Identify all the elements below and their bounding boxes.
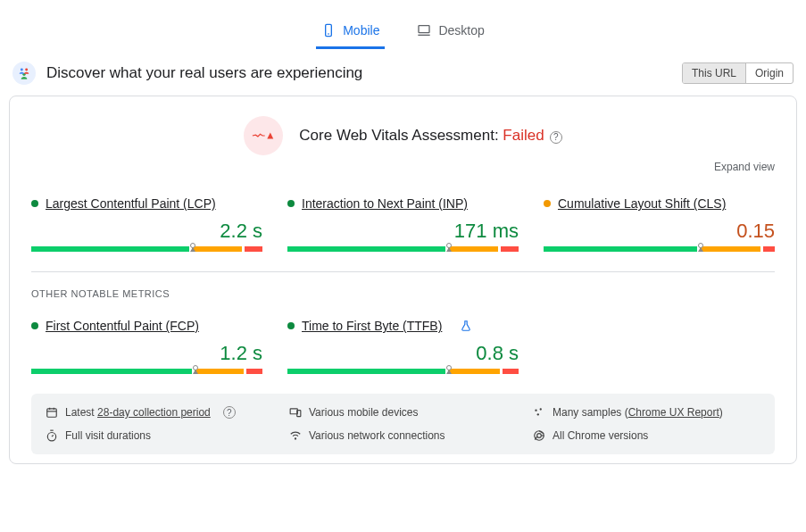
svg-point-5 [25,69,28,71]
marker-icon [191,365,200,374]
metric-value: 0.15 [544,220,775,243]
metric-label[interactable]: Largest Contentful Paint (LCP) [46,196,216,211]
scope-this-url[interactable]: This URL [683,63,745,83]
marker-icon [445,365,453,374]
metric-inp: Interaction to Next Paint (INP) 171 ms [287,196,519,252]
metric-ttfb: Time to First Byte (TTFB) 0.8 s [287,319,519,374]
info-period: Latest 28-day collection period? [46,406,273,419]
scope-origin[interactable]: Origin [745,63,793,83]
other-metrics-row: First Contentful Paint (FCP) 1.2 s Time … [31,319,775,374]
info-network: Various network connections [289,429,517,442]
timer-icon [46,429,58,442]
period-link[interactable]: 28-day collection period [97,406,211,419]
status-dot-good [287,200,295,207]
device-tabs: Mobile Desktop [9,9,797,49]
metric-value: 171 ms [287,220,519,243]
status-dot-warn [544,200,551,207]
svg-point-24 [537,413,539,415]
tab-label: Mobile [343,23,379,37]
metric-lcp: Largest Contentful Paint (LCP) 2.2 s [31,196,262,252]
metric-cls: Cumulative Layout Shift (CLS) 0.15 [544,196,775,252]
svg-rect-2 [419,26,429,33]
distribution-bar [31,246,262,252]
header: Discover what your real users are experi… [9,49,797,96]
desktop-icon [417,23,431,37]
info-samples: Many samples (Chrome UX Report) [533,406,760,419]
svg-rect-12 [47,409,57,417]
status-dot-good [31,322,38,329]
svg-point-10 [193,366,197,370]
svg-point-21 [295,438,295,439]
info-devices: Various mobile devices [289,406,517,419]
mobile-icon [321,23,336,37]
tab-label: Desktop [438,23,484,37]
svg-point-11 [447,366,452,370]
assessment: Core Web Vitals Assessment: Failed? [31,116,775,155]
distribution-bar [287,369,519,374]
calendar-icon [46,406,58,419]
wifi-icon [289,429,302,442]
assessment-text: Core Web Vitals Assessment: Failed? [299,127,561,145]
vitals-card: Core Web Vitals Assessment: Failed? Expa… [9,96,797,464]
svg-point-9 [699,244,703,248]
info-versions: All Chrome versions [533,429,760,442]
metric-label[interactable]: Time to First Byte (TTFB) [302,319,442,333]
metric-label[interactable]: Interaction to Next Paint (INP) [302,196,468,211]
users-icon [12,62,36,85]
tab-desktop[interactable]: Desktop [411,16,489,49]
metric-value: 0.8 s [287,342,519,365]
section-heading: OTHER NOTABLE METRICS [31,288,775,299]
status-dot-good [31,200,38,207]
metric-fcp: First Contentful Paint (FCP) 1.2 s [31,319,262,374]
experimental-icon [460,320,472,332]
assessment-status: Failed [503,127,544,144]
metric-label[interactable]: Cumulative Layout Shift (CLS) [558,196,726,211]
svg-point-7 [191,244,195,248]
metric-label[interactable]: First Contentful Paint (FCP) [46,319,199,333]
svg-point-8 [447,244,452,248]
svg-point-23 [540,408,542,410]
distribution-bar [287,246,519,252]
distribution-bar [31,369,262,374]
marker-icon [188,243,197,252]
svg-line-17 [52,435,54,436]
svg-point-4 [21,69,23,71]
scope-segmented: This URL Origin [682,62,794,84]
svg-rect-0 [326,24,332,36]
crux-link[interactable]: Chrome UX Report [628,406,719,419]
chrome-icon [533,429,545,442]
marker-icon [445,243,453,252]
page-title: Discover what your real users are experi… [46,64,671,82]
expand-view-link[interactable]: Expand view [31,161,775,173]
status-dot-good [287,322,295,329]
svg-rect-19 [290,409,297,414]
divider [31,271,775,272]
svg-point-22 [535,410,536,411]
info-bar: Latest 28-day collection period? Full vi… [31,394,775,454]
core-vitals-row: Largest Contentful Paint (LCP) 2.2 s Int… [31,196,775,252]
svg-point-16 [47,433,55,441]
metric-value: 2.2 s [31,220,262,243]
marker-icon [696,243,705,252]
metric-empty [544,319,775,374]
help-icon[interactable]: ? [550,131,562,144]
svg-point-26 [537,434,542,438]
metric-value: 1.2 s [31,342,262,365]
assessment-fail-icon [244,116,283,155]
devices-icon [289,406,302,419]
scatter-icon [533,406,545,419]
help-icon[interactable]: ? [223,406,236,419]
info-durations: Full visit durations [46,429,273,442]
distribution-bar [544,246,775,252]
tab-mobile[interactable]: Mobile [316,16,385,49]
